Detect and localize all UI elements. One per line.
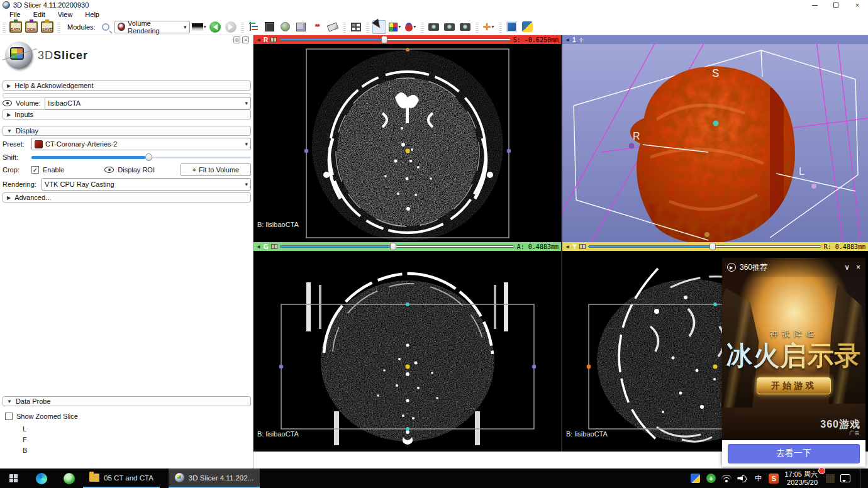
roi-handle-top[interactable]	[713, 302, 717, 306]
volume-module-button[interactable]	[294, 20, 308, 34]
media-tray-icon[interactable]	[690, 474, 700, 484]
module-selector[interactable]: Volume Rendering ▾	[114, 21, 190, 33]
extension-manager-button[interactable]	[505, 20, 519, 34]
toolbar-grip[interactable]	[57, 21, 60, 33]
show-desktop-button[interactable]	[860, 469, 863, 488]
extensions-button[interactable]	[263, 20, 277, 34]
action-center-icon[interactable]	[840, 474, 850, 482]
rendering-selector[interactable]: VTK CPU Ray Casting ▾	[42, 178, 251, 191]
shift-slider[interactable]	[31, 153, 251, 162]
annotations-button[interactable]	[326, 20, 340, 34]
roi-handle-sphere-right[interactable]	[811, 184, 816, 189]
toolbar-grip[interactable]	[3, 21, 6, 33]
yellow-slice-slider[interactable]	[588, 243, 821, 250]
slice-link-icon[interactable]	[579, 244, 586, 249]
collapse-arrow-icon[interactable]: ◄	[565, 37, 570, 43]
help-section-header[interactable]: ▶ Help & Acknowledgement	[3, 80, 251, 91]
maximize-button[interactable]	[825, 0, 847, 10]
slice-link-icon[interactable]	[270, 37, 277, 42]
capture-3d-button[interactable]	[459, 20, 472, 34]
close-button[interactable]: ×	[847, 0, 868, 10]
sogou-input-icon[interactable]: S	[769, 474, 779, 484]
module-history-button[interactable]	[247, 20, 261, 34]
preset-selector[interactable]: CT-Coronary-Arteries-2 ▾	[31, 138, 251, 150]
volume-selector[interactable]: lisibaoCTA ▾	[45, 97, 251, 109]
minimize-button[interactable]	[804, 0, 825, 10]
roi-handle-left[interactable]	[587, 365, 591, 369]
edge-taskbar-button[interactable]	[28, 469, 55, 488]
show-zoomed-slice-checkbox[interactable]	[5, 413, 13, 420]
save-button[interactable]: SAVE	[40, 20, 54, 34]
volume-render-image[interactable]: S R L	[562, 44, 868, 242]
center-fiducial[interactable]	[713, 365, 718, 369]
markups-button[interactable]: **	[310, 20, 324, 34]
advanced-section-header[interactable]: ▶ Advanced...	[3, 192, 251, 202]
panel-pin-button[interactable]: ◎	[233, 36, 240, 43]
clock[interactable]: 17:05 周六 2023/5/20	[784, 470, 820, 487]
module-forward-button[interactable]	[224, 20, 238, 34]
place-markup-button[interactable]: ▾	[404, 20, 418, 34]
menu-view[interactable]: View	[52, 11, 79, 18]
scene-views-button[interactable]	[279, 20, 292, 34]
ad-close-button[interactable]: ×	[856, 263, 860, 272]
module-back-button[interactable]	[208, 20, 222, 34]
data-probe-section-header[interactable]: ▼ Data Probe	[3, 396, 251, 406]
axial-ct-slice-image[interactable]	[253, 44, 561, 242]
python-console-button[interactable]	[521, 20, 535, 34]
roi-handle-left[interactable]	[279, 365, 283, 369]
ad-play-button[interactable]: 开始游戏	[757, 377, 831, 394]
place-fiducial-button[interactable]: ▾	[388, 20, 402, 34]
center-view-icon[interactable]: ✛	[578, 36, 583, 43]
red-slice-slider[interactable]	[279, 36, 511, 43]
task-slicer-window[interactable]: 3D Slicer 4.11.202...	[169, 469, 260, 488]
ad-cta-button[interactable]: 去看一下	[728, 444, 860, 463]
inputs-section-header[interactable]: ▶ Inputs	[3, 109, 251, 119]
menu-help[interactable]: Help	[79, 11, 105, 18]
center-fiducial[interactable]	[406, 149, 410, 153]
module-search-button[interactable]	[99, 20, 113, 34]
slice-link-icon[interactable]	[271, 244, 277, 249]
roi-handle-right[interactable]	[532, 365, 536, 369]
threed-viewport[interactable]: ◄ 1 ✛	[562, 35, 868, 242]
toolbar-grip[interactable]	[366, 21, 369, 33]
fit-to-volume-button[interactable]: ⌖ Fit to Volume	[181, 164, 251, 176]
toolbar-grip[interactable]	[476, 21, 479, 33]
roi-handle-bottom[interactable]	[406, 427, 409, 431]
toolbar-grip[interactable]	[499, 21, 502, 33]
wifi-icon[interactable]	[721, 474, 732, 484]
ad-image[interactable]: 神祇降临 冰火启示录 开始游戏 360游戏广告	[722, 258, 865, 440]
roi-handle-top[interactable]	[406, 302, 409, 306]
center-handle-sphere[interactable]	[713, 121, 719, 126]
layout-selector-button[interactable]	[349, 20, 363, 34]
display-section-header[interactable]: ▼ Display	[3, 126, 251, 136]
safety-plus-tray-icon[interactable]: +	[706, 474, 716, 484]
toolbar-grip[interactable]	[421, 21, 424, 33]
toolbar-grip[interactable]	[343, 21, 346, 33]
eye-icon[interactable]	[3, 100, 12, 106]
tray-extra-icon[interactable]	[826, 474, 835, 483]
crosshair-button[interactable]: ✛▾	[482, 20, 496, 34]
menu-edit[interactable]: Edit	[28, 11, 51, 18]
ime-indicator[interactable]: 中	[753, 474, 763, 484]
crop-enable-checkbox[interactable]: ✓	[31, 166, 39, 174]
ad-popup[interactable]: 神祇降临 冰火启示录 开始游戏 360游戏广告 360推荐 ∨ × 去看一下	[722, 258, 865, 467]
collapse-arrow-icon[interactable]: ◄	[256, 37, 261, 43]
roi-handle-right[interactable]	[507, 149, 511, 153]
capture-view-button[interactable]	[427, 20, 441, 34]
green-slice-slider[interactable]	[280, 243, 515, 250]
browser-360-taskbar-button[interactable]	[55, 469, 83, 488]
collapse-arrow-icon[interactable]: ◄	[256, 244, 261, 250]
capture-slice-button[interactable]	[443, 20, 457, 34]
roi-handle-left[interactable]	[304, 149, 308, 153]
toolbar-grip[interactable]	[241, 21, 244, 33]
roi-handle-sphere-bottom[interactable]	[704, 232, 709, 237]
collapse-arrow-icon[interactable]: ◄	[565, 244, 570, 250]
task-folder-window[interactable]: 05 CT and CTA	[83, 469, 160, 488]
roi-handle-top[interactable]	[406, 48, 409, 52]
dicom-button[interactable]: DCM	[25, 20, 38, 34]
screenshot-button[interactable]: ▾	[192, 20, 206, 34]
coronal-ct-slice-image[interactable]	[253, 251, 561, 452]
red-slice-viewport[interactable]: ◄ R S: -0.6250mm	[253, 35, 561, 242]
panel-close-button[interactable]: ×	[242, 36, 249, 43]
mouse-mode-button[interactable]	[372, 20, 386, 34]
